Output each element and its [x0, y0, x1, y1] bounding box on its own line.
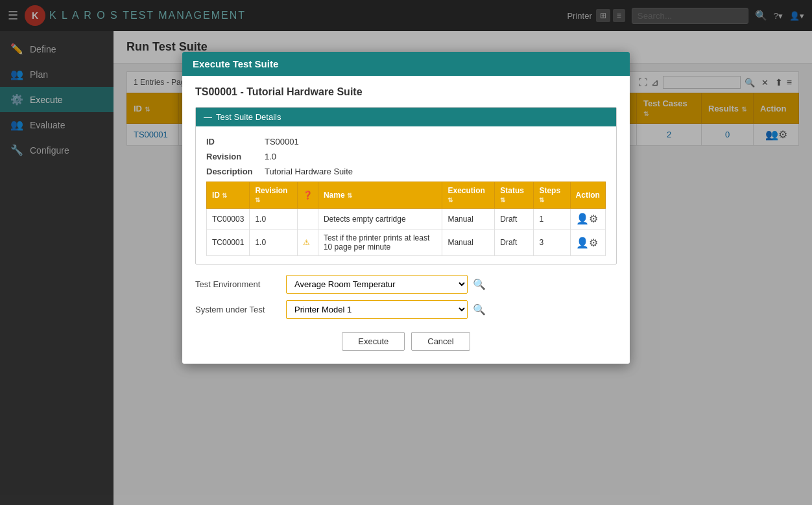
- inner-row2-action-icon[interactable]: 👤⚙: [576, 237, 598, 248]
- inner-row1-execution: Manual: [442, 209, 495, 229]
- inner-row1-status: Draft: [495, 209, 534, 229]
- execute-modal: Execute Test Suite TS00001 - Tutorial Ha…: [182, 52, 630, 364]
- sut-search-btn[interactable]: 🔍: [473, 303, 486, 316]
- test-env-label: Test Environment: [195, 279, 286, 289]
- inner-table: ID ⇅ Revision ⇅ ❓ Name ⇅ Execution ⇅ Sta…: [206, 182, 606, 256]
- inner-col-status[interactable]: Status ⇅: [495, 182, 534, 209]
- details-body: ID TS00001 Revision 1.0 Description Tuto…: [196, 126, 616, 264]
- execute-button[interactable]: Execute: [342, 332, 405, 351]
- collapse-icon: —: [204, 112, 212, 122]
- inner-table-row-2: TC00001 1.0 ⚠ Test if the printer prints…: [207, 229, 606, 256]
- detail-row-revision: Revision 1.0: [206, 149, 606, 164]
- inner-row2-name: Test if the printer prints at least 10 p…: [318, 229, 442, 256]
- inner-col-execution[interactable]: Execution ⇅: [442, 182, 495, 209]
- inner-row2-status: Draft: [495, 229, 534, 256]
- detail-row-id: ID TS00001: [206, 134, 606, 149]
- details-header[interactable]: — Test Suite Details: [196, 108, 616, 126]
- inner-row1-revision: 1.0: [250, 209, 298, 229]
- inner-row2-id: TC00001: [207, 229, 250, 256]
- inner-row2-execution: Manual: [442, 229, 495, 256]
- warning-icon: ⚠: [303, 238, 310, 247]
- inner-row2-hint: ⚠: [297, 229, 318, 256]
- inner-col-revision[interactable]: Revision ⇅: [250, 182, 298, 209]
- modal-header-title: Execute Test Suite: [193, 58, 278, 69]
- inner-col-name[interactable]: Name ⇅: [318, 182, 442, 209]
- test-env-select[interactable]: Average Room Temperatur: [286, 275, 468, 294]
- inner-row2-revision: 1.0: [250, 229, 298, 256]
- inner-col-hint: ❓: [297, 182, 318, 209]
- detail-revision-value: 1.0: [265, 152, 276, 161]
- modal-title: TS00001 - Tutorial Hardware Suite: [195, 86, 617, 98]
- detail-revision-label: Revision: [206, 152, 265, 161]
- form-section: Test Environment Average Room Temperatur…: [195, 275, 617, 319]
- form-row-sut: System under Test Printer Model 1 🔍: [195, 300, 617, 319]
- sut-select[interactable]: Printer Model 1: [286, 300, 468, 319]
- test-env-search-btn[interactable]: 🔍: [473, 278, 486, 290]
- inner-row2-action: 👤⚙: [570, 229, 605, 256]
- detail-row-description: Description Tutorial Hardware Suite: [206, 164, 606, 179]
- details-header-label: Test Suite Details: [216, 112, 281, 122]
- inner-row1-action: 👤⚙: [570, 209, 605, 229]
- modal-body: TS00001 - Tutorial Hardware Suite — Test…: [182, 76, 630, 364]
- sut-label: System under Test: [195, 305, 286, 314]
- inner-row1-id: TC00003: [207, 209, 250, 229]
- detail-description-value: Tutorial Hardware Suite: [265, 167, 353, 176]
- detail-id-label: ID: [206, 137, 265, 147]
- detail-description-label: Description: [206, 167, 265, 176]
- form-row-test-env: Test Environment Average Room Temperatur…: [195, 275, 617, 294]
- inner-col-action: Action: [570, 182, 605, 209]
- inner-col-steps[interactable]: Steps ⇅: [534, 182, 570, 209]
- details-section: — Test Suite Details ID TS00001 Revision…: [195, 107, 617, 264]
- modal-footer: Execute Cancel: [195, 325, 617, 353]
- inner-row1-name: Detects empty cartridge: [318, 209, 442, 229]
- inner-col-id[interactable]: ID ⇅: [207, 182, 250, 209]
- inner-row1-steps: 1: [534, 209, 570, 229]
- inner-row1-action-icon[interactable]: 👤⚙: [576, 213, 598, 224]
- cancel-button[interactable]: Cancel: [411, 332, 470, 351]
- inner-row2-steps: 3: [534, 229, 570, 256]
- detail-id-value: TS00001: [265, 137, 299, 147]
- modal-overlay: Execute Test Suite TS00001 - Tutorial Ha…: [0, 0, 812, 505]
- inner-table-row-1: TC00003 1.0 Detects empty cartridge Manu…: [207, 209, 606, 229]
- inner-row1-hint: [297, 209, 318, 229]
- modal-header: Execute Test Suite: [182, 52, 630, 76]
